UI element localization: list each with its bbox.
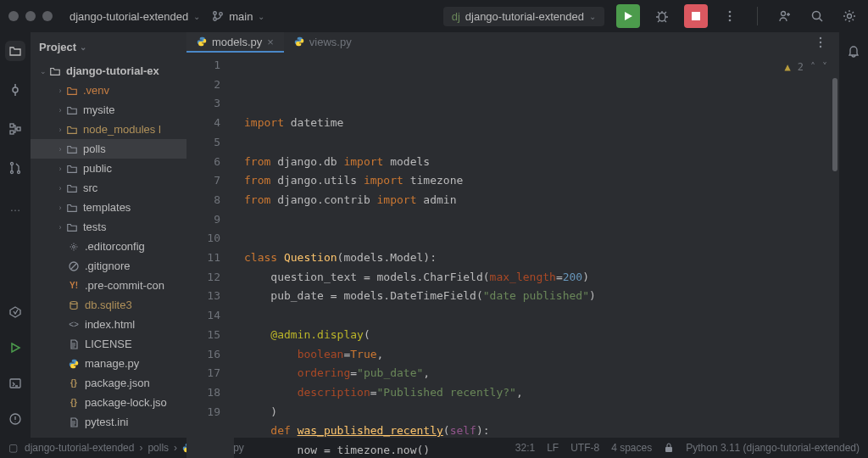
chevron-right-icon: › [54,87,66,95]
chevron-right-icon: › [54,165,66,173]
problems-tool[interactable] [5,409,25,429]
code-line[interactable]: from django.utils import timezone [244,171,839,191]
tree-file[interactable]: manage.py [31,354,186,373]
code-line[interactable]: @admin.display( [244,326,839,345]
code-line[interactable]: from django.db import models [244,153,839,172]
code-line[interactable]: def was_published_recently(self): [244,422,839,441]
editor-tab[interactable]: models.py × [186,32,284,53]
line-number: 12 [186,268,220,288]
run-button[interactable] [616,4,640,28]
code-line[interactable]: now = timezone.now() [244,441,839,458]
json-icon: {} [68,398,80,407]
more-actions[interactable] [720,6,740,26]
tree-folder[interactable]: › templates [31,198,186,217]
tree-folder[interactable]: › tests [31,217,186,237]
tree-file[interactable]: db.sqlite3 [31,295,186,315]
tree-file[interactable]: M↓ README.md [31,432,186,438]
tree-label: manage.py [85,357,139,370]
line-number: 14 [186,306,220,326]
code-line[interactable]: import datetime [244,114,839,133]
svg-point-2 [220,13,223,16]
tree-folder[interactable]: › public [31,159,186,178]
tree-file[interactable]: LICENSE [31,334,186,354]
code-line[interactable]: from django.contrib import admin [244,191,839,210]
tree-folder[interactable]: › mysite [31,100,186,120]
tree-file[interactable]: {} package-lock.jso [31,393,186,412]
breadcrumb-folder[interactable]: polls [147,442,169,454]
commit-tool[interactable] [5,80,25,100]
editor-tab[interactable]: views.py [284,32,362,53]
tree-folder[interactable]: › .venv [31,81,186,100]
tree-label: .pre-commit-con [85,279,164,292]
debug-button[interactable] [652,6,672,26]
run-tool[interactable] [5,338,25,358]
code-line[interactable] [244,210,839,230]
close-dot[interactable] [8,11,19,21]
zoom-dot[interactable] [42,11,53,21]
minimize-dot[interactable] [25,11,36,21]
search-icon[interactable] [807,6,827,26]
tree-folder[interactable]: › src [31,178,186,198]
tree-folder[interactable]: › polls [31,139,186,159]
tree-file[interactable]: Y! .pre-commit-con [31,276,186,295]
chevron-right-icon: › [54,126,66,134]
json-icon: {} [68,378,80,388]
line-number: 10 [186,229,220,249]
stop-button[interactable] [684,4,708,28]
tree-file[interactable]: .editorconfig [31,237,186,256]
code-line[interactable]: question_text = models.CharField(max_len… [244,268,839,288]
project-tree[interactable]: ⌄ django-tutorial-ex › .venv › mysite › … [31,61,186,438]
more-tools[interactable]: … [5,197,25,217]
structure-tool[interactable] [5,119,25,139]
editor-area: models.py × views.py 1234567891011121314… [186,32,839,438]
project-selector[interactable]: django-tutorial-extended ⌄ [70,10,200,23]
svg-point-3 [659,13,665,21]
project-tool-button[interactable] [5,41,25,61]
code-line[interactable] [244,133,839,153]
svg-point-7 [729,20,732,22]
terminal-tool[interactable] [5,373,25,394]
tree-folder[interactable]: › node_modules l [31,120,186,139]
settings-button[interactable] [839,6,860,26]
run-config-selector[interactable]: dj django-tutorial-extended ⌄ [443,7,604,26]
folder-icon [66,221,78,233]
chevron-down-icon: ⌄ [589,12,596,21]
line-number: 2 [186,75,220,95]
nav-down-icon[interactable]: ˅ [822,58,827,77]
tree-file[interactable]: .gitignore [31,256,186,276]
html-icon: <> [68,320,80,329]
services-tool[interactable] [5,302,25,322]
branch-name: main [229,10,253,23]
breadcrumb-root[interactable]: django-tutorial-extended [25,442,134,454]
collab-icon[interactable] [775,6,795,26]
code-line[interactable] [244,229,839,249]
code-editor[interactable]: 12345678910111213141516171819 ▲ 2 ˄ ˅ im… [186,53,839,458]
pull-requests-tool[interactable] [5,158,25,178]
tab-actions-menu[interactable] [810,32,831,53]
svg-point-0 [214,12,217,15]
code-line[interactable]: boolean=True, [244,345,839,365]
code-line[interactable]: pub_date = models.DateTimeField("date pu… [244,287,839,306]
code-line[interactable]: class Question(models.Model): [244,249,839,268]
tree-root[interactable]: ⌄ django-tutorial-ex [31,61,186,81]
editor-scrollbar[interactable] [831,53,839,458]
svg-rect-14 [17,127,20,131]
code-line[interactable]: ordering="pub_date", [244,364,839,383]
code-line[interactable]: description="Published recently?", [244,383,839,403]
window-controls[interactable] [8,11,53,21]
project-panel-header[interactable]: Project ⌄ [31,32,186,61]
inspection-widget[interactable]: ▲ 2 ˄ ˅ [785,58,827,77]
code-line[interactable]: ) [244,403,839,422]
tree-file[interactable]: <> index.html [31,315,186,334]
nav-up-icon[interactable]: ˄ [810,58,815,77]
branch-selector[interactable]: main ⌄ [212,10,264,23]
code-line[interactable] [244,306,839,326]
svg-point-20 [73,245,75,248]
tree-label: pytest.ini [85,416,128,428]
code-area[interactable]: ▲ 2 ˄ ˅ import datetime from django.db i… [234,53,839,458]
notifications-tool[interactable] [843,41,864,61]
tree-file[interactable]: pytest.ini [31,412,186,432]
scrollbar-thumb[interactable] [832,78,837,171]
close-tab-icon[interactable]: × [267,36,274,48]
tree-file[interactable]: {} package.json [31,373,186,393]
